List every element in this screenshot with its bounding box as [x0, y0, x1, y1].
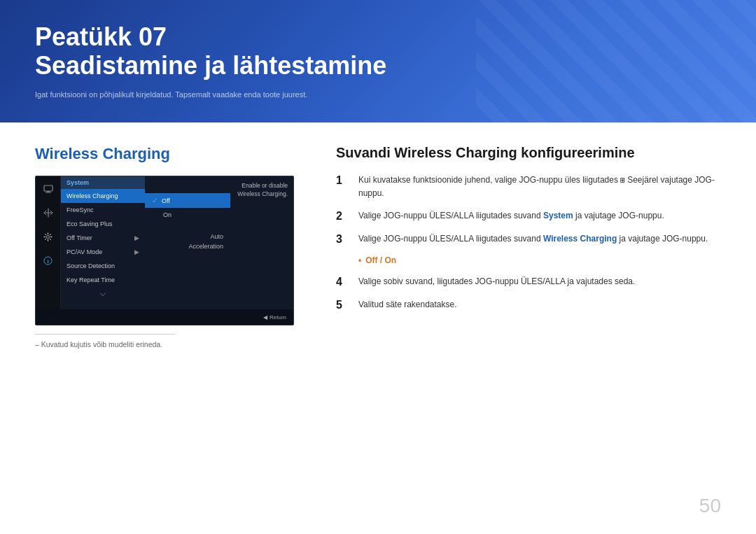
right-column: Suvandi Wireless Charging konfigureerimi…: [336, 145, 721, 349]
info-icon: i: [41, 253, 55, 267]
monitor-top-bar: i System Wireless Charging FreeSync Eco …: [36, 176, 293, 309]
divider: [35, 334, 175, 335]
svg-rect-1: [47, 191, 50, 192]
monitor-icons-column: i: [36, 176, 61, 309]
svg-text:i: i: [47, 258, 48, 265]
monitor-icon: [41, 182, 55, 196]
step-number-1: 1: [336, 174, 349, 187]
step-number-5: 5: [336, 299, 349, 311]
svg-rect-2: [46, 192, 51, 193]
value-on: On: [145, 208, 230, 222]
step-text-3: Valige JOG-nuppu ÜLES/ALLA liigutades su…: [358, 232, 708, 245]
return-button: ◀ Return: [263, 314, 286, 321]
monitor-right-column: Enable or disableWireless Charging.: [230, 176, 293, 309]
svg-rect-0: [44, 185, 52, 191]
menu-item-offtimer: Off Timer▶: [61, 231, 145, 245]
step-5: 5 Valitud säte rakendatakse.: [336, 298, 721, 311]
note-text: – Kuvatud kujutis võib mudeliti erineda.: [35, 340, 308, 349]
menu-item-source: Source Detection: [61, 259, 145, 273]
svg-point-3: [47, 235, 50, 238]
bullet-item: • Off / On: [358, 255, 721, 265]
menu-header: System: [61, 176, 145, 189]
left-column: Wireless Charging i: [35, 145, 308, 349]
other-values: Auto Acceleration: [145, 233, 230, 250]
step-1: 1 Kui kuvatakse funktsioonide juhend, va…: [336, 174, 721, 199]
bullet-text: Off / On: [365, 255, 396, 265]
step-number-2: 2: [336, 210, 349, 223]
arrows-icon: [41, 206, 55, 220]
step-text-1: Kui kuvatakse funktsioonide juhend, vali…: [358, 174, 721, 199]
step-list: 1 Kui kuvatakse funktsioonide juhend, va…: [336, 174, 721, 311]
menu-item-wireless: Wireless Charging: [61, 189, 145, 203]
chapter-description: Igat funktsiooni on põhjalikult kirjelda…: [35, 90, 721, 99]
value-off: ✓ Off: [145, 193, 230, 208]
section-title: Wireless Charging: [35, 145, 308, 163]
step-text-5: Valitud säte rakendatakse.: [358, 298, 457, 311]
monitor-menu-column: System Wireless Charging FreeSync Eco Sa…: [61, 176, 145, 309]
monitor-mockup: i System Wireless Charging FreeSync Eco …: [35, 176, 294, 325]
system-highlight: System: [543, 211, 573, 220]
menu-item-ecosaving: Eco Saving Plus: [61, 217, 145, 231]
page-number: 50: [699, 495, 721, 517]
step-4: 4 Valige sobiv suvand, liigutades JOG-nu…: [336, 275, 721, 288]
main-content: Wireless Charging i: [0, 122, 756, 363]
chapter-title: Peatükk 07 Seadistamine ja lähtestamine: [35, 22, 721, 80]
step-3: 3 Valige JOG-nuppu ÜLES/ALLA liigutades …: [336, 232, 721, 246]
step-text-4: Valige sobiv suvand, liigutades JOG-nupp…: [358, 275, 635, 288]
step-number-3: 3: [336, 233, 349, 246]
step-2: 2 Valige JOG-nuppu ÜLES/ALLA liigutades …: [336, 209, 721, 223]
right-label: Enable or disableWireless Charging.: [237, 182, 288, 199]
bullet-dot: •: [358, 255, 361, 265]
step-number-4: 4: [336, 276, 349, 288]
menu-item-freesync: FreeSync: [61, 203, 145, 217]
gear-icon: [41, 230, 55, 244]
checkmark-icon: ✓: [152, 197, 158, 204]
monitor-value-column: ✓ Off On Auto Acceleration: [145, 176, 230, 309]
monitor-bottom-bar: ◀ Return: [36, 309, 293, 325]
menu-item-pcav: PC/AV Mode▶: [61, 245, 145, 259]
header-banner: Peatükk 07 Seadistamine ja lähtestamine …: [0, 0, 756, 122]
instruction-title: Suvandi Wireless Charging konfigureerimi…: [336, 145, 721, 161]
step-text-2: Valige JOG-nuppu ÜLES/ALLA liigutades su…: [358, 209, 664, 222]
wireless-highlight: Wireless Charging: [543, 234, 617, 244]
bullet-item-container: • Off / On: [358, 255, 721, 265]
menu-item-keyrepeat: Key Repeat Time: [61, 273, 145, 287]
